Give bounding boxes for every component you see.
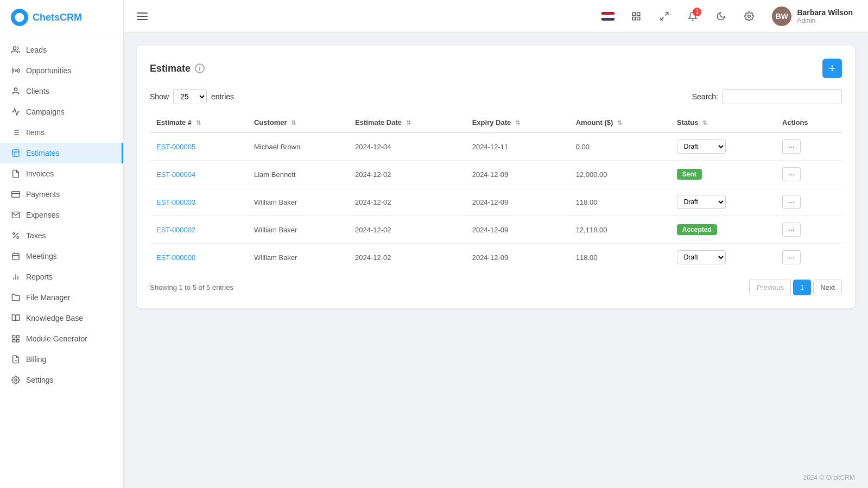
- logo-suffix: CRM: [60, 12, 82, 23]
- show-entries: Show 10 25 50 100 entries: [150, 89, 234, 104]
- add-estimate-button[interactable]: +: [822, 59, 842, 78]
- sidebar-item-billing[interactable]: Billing: [0, 349, 123, 370]
- leads-icon: [11, 45, 21, 55]
- sidebar-item-reports[interactable]: Reports: [0, 267, 123, 287]
- sidebar-item-meetings[interactable]: Meetings: [0, 246, 123, 267]
- cell-status: Sent: [670, 161, 776, 188]
- notification-count: 1: [693, 8, 701, 16]
- cell-expiry-date: 2024-12-09: [466, 244, 569, 271]
- table-row: EST-000003 William Baker 2024-12-02 2024…: [150, 188, 842, 216]
- col-customer[interactable]: Customer ⇅: [248, 113, 349, 132]
- logo: ChetsCRM: [0, 0, 123, 35]
- campaigns-icon: [11, 107, 21, 117]
- cell-actions: ···: [776, 161, 842, 188]
- sidebar-item-leads[interactable]: Leads: [0, 40, 123, 60]
- next-button[interactable]: Next: [813, 280, 842, 295]
- svg-rect-33: [637, 17, 640, 20]
- table-body: EST-000005 Michael Brown 2024-12-04 2024…: [150, 132, 842, 271]
- sidebar-item-campaigns[interactable]: Campaigns: [0, 102, 123, 122]
- estimate-link[interactable]: EST-000005: [156, 143, 195, 151]
- search-input[interactable]: [723, 89, 842, 104]
- row-actions-button[interactable]: ···: [782, 195, 801, 209]
- svg-rect-10: [12, 150, 19, 156]
- col-status[interactable]: Status ⇅: [670, 113, 776, 132]
- status-dropdown[interactable]: DraftSentAccepted: [677, 140, 726, 154]
- menu-toggle[interactable]: [135, 10, 150, 22]
- avatar: BW: [772, 7, 791, 26]
- col-amount[interactable]: Amount ($) ⇅: [569, 113, 670, 132]
- sidebar-item-estimates[interactable]: Estimates: [0, 143, 123, 163]
- sidebar-item-taxes[interactable]: Taxes: [0, 225, 123, 246]
- sidebar-item-file-manager[interactable]: File Manager: [0, 287, 123, 308]
- entries-select[interactable]: 10 25 50 100: [173, 89, 207, 104]
- sidebar-item-knowledge-base[interactable]: Knowledge Base: [0, 308, 123, 328]
- col-expiry-date[interactable]: Expiry Date ⇅: [466, 113, 569, 132]
- svg-rect-18: [12, 253, 19, 260]
- search-label: Search:: [692, 92, 718, 101]
- estimate-link[interactable]: EST-000003: [156, 198, 195, 206]
- dark-mode-toggle[interactable]: [711, 7, 731, 26]
- sidebar-label-leads: Leads: [26, 46, 47, 54]
- opportunities-icon: [11, 66, 21, 75]
- cell-actions: ···: [776, 244, 842, 271]
- sidebar-label-settings: Settings: [26, 376, 54, 384]
- logo-text: ChetsCRM: [33, 12, 82, 23]
- svg-line-35: [666, 12, 668, 15]
- cell-estimate-date: 2024-12-02: [349, 188, 466, 216]
- cell-actions: ···: [776, 188, 842, 216]
- cell-amount: 12,118.00: [569, 216, 670, 244]
- row-actions-button[interactable]: ···: [782, 223, 801, 237]
- sort-icon-expiry-date: ⇅: [515, 119, 520, 126]
- sidebar-item-items[interactable]: Items: [0, 122, 123, 143]
- col-estimate-date[interactable]: Estimate Date ⇅: [349, 113, 466, 132]
- status-dropdown[interactable]: DraftSentAccepted: [677, 250, 726, 264]
- user-profile[interactable]: BW Barbara Wilson Admin: [768, 4, 857, 28]
- sidebar-item-invoices[interactable]: Invoices: [0, 163, 123, 184]
- info-icon[interactable]: i: [195, 64, 205, 73]
- sidebar-item-payments[interactable]: Payments: [0, 184, 123, 205]
- table-row: EST-000004 Liam Bennett 2024-12-02 2024-…: [150, 161, 842, 188]
- svg-point-1: [13, 47, 16, 49]
- sidebar-label-opportunities: Opportunities: [26, 66, 71, 75]
- svg-point-16: [13, 233, 15, 235]
- logo-prefix: Chets: [33, 12, 60, 23]
- cell-expiry-date: 2024-12-09: [466, 188, 569, 216]
- fullscreen-icon[interactable]: [655, 7, 674, 26]
- sidebar-item-module-generator[interactable]: Module Generator: [0, 328, 123, 349]
- sidebar-label-knowledge-base: Knowledge Base: [26, 314, 83, 322]
- sidebar-label-estimates: Estimates: [26, 149, 59, 157]
- sidebar-label-payments: Payments: [26, 190, 60, 199]
- notifications-icon[interactable]: 1: [683, 7, 702, 26]
- sidebar-item-expenses[interactable]: Expenses: [0, 205, 123, 225]
- status-badge: Sent: [677, 169, 702, 180]
- row-actions-button[interactable]: ···: [782, 167, 801, 181]
- svg-point-17: [17, 237, 18, 238]
- estimate-link[interactable]: EST-000002: [156, 226, 195, 234]
- svg-rect-27: [16, 339, 19, 342]
- estimate-link[interactable]: EST-000004: [156, 170, 195, 179]
- showing-text: Showing 1 to 5 of 5 entries: [150, 283, 233, 291]
- row-actions-button[interactable]: ···: [782, 250, 801, 264]
- page-1-button[interactable]: 1: [793, 280, 811, 295]
- payments-icon: [11, 189, 21, 199]
- sidebar-item-settings[interactable]: Settings: [0, 370, 123, 390]
- table-row: EST-000002 William Baker 2024-12-02 2024…: [150, 216, 842, 244]
- invoices-icon: [11, 169, 21, 179]
- row-actions-button[interactable]: ···: [782, 140, 801, 154]
- estimate-link[interactable]: EST-000000: [156, 253, 195, 262]
- svg-rect-34: [633, 17, 636, 20]
- file-manager-icon: [11, 293, 21, 302]
- apps-icon[interactable]: [626, 7, 646, 26]
- col-estimate-num[interactable]: Estimate # ⇅: [150, 113, 248, 132]
- language-selector[interactable]: [598, 7, 618, 26]
- svg-point-3: [14, 88, 17, 91]
- sidebar-label-module-generator: Module Generator: [26, 334, 87, 343]
- sidebar-item-opportunities[interactable]: Opportunities: [0, 60, 123, 81]
- table-controls: Show 10 25 50 100 entries Search:: [150, 89, 842, 104]
- sidebar-item-clients[interactable]: Clients: [0, 81, 123, 102]
- gear-icon[interactable]: [739, 7, 759, 26]
- svg-rect-28: [12, 339, 15, 342]
- status-dropdown[interactable]: DraftSentAccepted: [677, 195, 726, 209]
- cell-estimate-date: 2024-12-04: [349, 132, 466, 161]
- previous-button[interactable]: Previous: [749, 280, 791, 295]
